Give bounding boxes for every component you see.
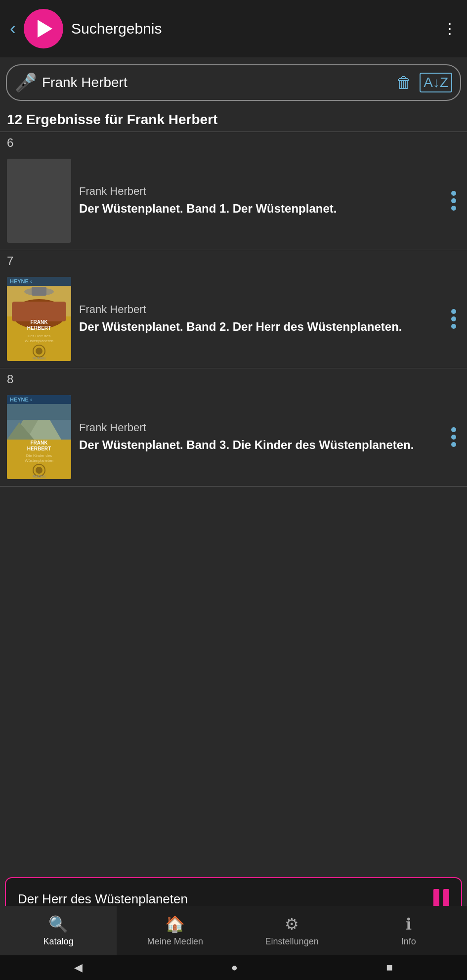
result-item-8[interactable]: HEYNE ‹ FRANK HERBERT Die Kinder des Wüs… — [0, 388, 467, 486]
result-item-7[interactable]: HEYNE ‹ FRANK HERBERT Der Herr des Wüste… — [0, 270, 467, 368]
dot-1 — [451, 191, 456, 196]
system-navigation: ◀ ● ■ — [0, 955, 467, 980]
result-author-7: Frank Herbert — [79, 303, 439, 316]
result-item-6[interactable]: Frank Herbert Der Wüstenplanet. Band 1. … — [0, 152, 467, 250]
bottom-navigation: 🔍 Katalog 🏠 Meine Medien ⚙ Einstellungen… — [0, 906, 467, 955]
svg-point-28 — [36, 467, 42, 474]
dot-3 — [451, 206, 456, 211]
result-title-6: Der Wüstenplanet. Band 1. Der Wüstenplan… — [79, 201, 439, 216]
result-number-8: 8 — [0, 368, 467, 388]
gear-icon: ⚙ — [285, 915, 299, 934]
clear-search-button[interactable]: 🗑 — [396, 74, 412, 92]
back-button[interactable]: ‹ — [10, 20, 16, 38]
svg-text:Wüstenplaneten: Wüstenplaneten — [25, 458, 53, 463]
result-title-8: Der Wüstenplanet. Band 3. Die Kinder des… — [79, 437, 439, 452]
header: ‹ Suchergebnis ⋮ — [0, 0, 467, 57]
search-icon: 🔍 — [48, 915, 68, 934]
result-info-8: Frank Herbert Der Wüstenplanet. Band 3. … — [79, 421, 439, 452]
svg-text:HEYNE ‹: HEYNE ‹ — [10, 278, 32, 284]
dot-3 — [451, 442, 456, 447]
nav-info[interactable]: ℹ Info — [350, 906, 467, 955]
nav-einstellungen[interactable]: ⚙ Einstellungen — [234, 906, 350, 955]
result-info-6: Frank Herbert Der Wüstenplanet. Band 1. … — [79, 185, 439, 216]
item-menu-button-7[interactable] — [447, 305, 460, 333]
play-button[interactable] — [24, 9, 63, 48]
item-menu-button-6[interactable] — [447, 187, 460, 215]
result-info-7: Frank Herbert Der Wüstenplanet. Band 2. … — [79, 303, 439, 334]
info-icon: ℹ — [406, 915, 412, 934]
svg-text:FRANK: FRANK — [31, 319, 48, 325]
nav-einstellungen-label: Einstellungen — [265, 936, 319, 947]
result-title-7: Der Wüstenplanet. Band 2. Der Herr des W… — [79, 319, 439, 334]
svg-text:HERBERT: HERBERT — [27, 325, 51, 331]
item-menu-button-8[interactable] — [447, 423, 460, 451]
dot-1 — [451, 309, 456, 314]
book-cover-placeholder-6 — [7, 159, 71, 243]
nav-info-label: Info — [401, 936, 416, 947]
nav-katalog-label: Katalog — [43, 936, 74, 947]
system-recents-button[interactable]: ■ — [386, 961, 392, 974]
book-cover-7: HEYNE ‹ FRANK HERBERT Der Herr des Wüste… — [7, 277, 71, 361]
svg-text:Der Herr des: Der Herr des — [28, 334, 50, 338]
microphone-icon[interactable]: 🎤 — [15, 72, 37, 93]
dot-2 — [451, 435, 456, 440]
results-heading: 12 Ergebnisse für Frank Herbert — [0, 108, 467, 132]
dot-1 — [451, 427, 456, 432]
nav-meine-medien-label: Meine Medien — [147, 936, 203, 947]
dot-3 — [451, 324, 456, 329]
svg-rect-5 — [32, 287, 46, 296]
home-icon: 🏠 — [165, 915, 185, 934]
nav-meine-medien[interactable]: 🏠 Meine Medien — [117, 906, 233, 955]
system-home-button[interactable]: ● — [231, 961, 238, 974]
svg-text:HERBERT: HERBERT — [27, 446, 51, 451]
svg-text:Wüstenplaneten: Wüstenplaneten — [25, 339, 53, 343]
nav-katalog[interactable]: 🔍 Katalog — [0, 906, 117, 955]
now-playing-title: Der Herr des Wüstenplaneten — [18, 891, 188, 907]
result-author-6: Frank Herbert — [79, 185, 439, 198]
svg-rect-3 — [12, 302, 66, 321]
svg-text:ROMAN: ROMAN — [33, 475, 45, 478]
svg-text:FRANK: FRANK — [31, 440, 48, 445]
search-query-text: Frank Herbert — [42, 75, 391, 90]
svg-point-13 — [36, 348, 42, 355]
more-options-button[interactable]: ⋮ — [442, 21, 457, 36]
svg-text:Die Kinder des: Die Kinder des — [26, 453, 52, 458]
dot-2 — [451, 316, 456, 321]
svg-text:ROMAN: ROMAN — [33, 356, 45, 360]
system-back-button[interactable]: ◀ — [74, 961, 83, 974]
search-bar: 🎤 Frank Herbert 🗑 A↓Z — [6, 64, 461, 101]
dot-2 — [451, 198, 456, 203]
result-number-7: 7 — [0, 250, 467, 270]
page-title: Suchergebnis — [71, 20, 434, 37]
result-number-6: 6 — [0, 132, 467, 152]
result-author-8: Frank Herbert — [79, 421, 439, 434]
book-cover-8: HEYNE ‹ FRANK HERBERT Die Kinder des Wüs… — [7, 395, 71, 479]
svg-text:HEYNE ‹: HEYNE ‹ — [10, 397, 32, 402]
play-triangle-icon — [38, 20, 52, 38]
sort-button[interactable]: A↓Z — [420, 73, 452, 92]
